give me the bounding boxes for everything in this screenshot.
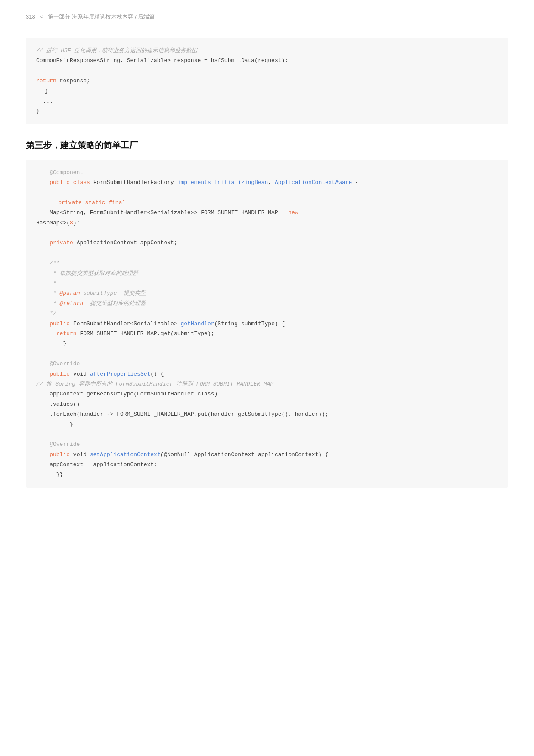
override1: @Override	[36, 359, 498, 369]
page-header: 318 < 第一部分 淘系年度精选技术栈内容 / 后端篇	[26, 13, 508, 25]
section-title: 第三步，建立策略的简单工厂	[26, 140, 508, 151]
page-number: 318	[26, 13, 35, 20]
code-block-1: // 进行 HSF 泛化调用，获得业务方返回的提示信息和业务数据 CommonP…	[26, 38, 508, 124]
javadoc-start: /**	[36, 258, 498, 268]
set-app-ctx-method: public void setApplicationContext(@NonNu…	[36, 450, 498, 460]
code-block-2: @Component public class FormSubmitHandle…	[26, 160, 508, 488]
code-line-close2: }	[36, 106, 498, 116]
code-line-response: CommonPairResponse<String, Serializable>…	[36, 56, 498, 65]
javadoc-end: */	[36, 308, 498, 318]
close-foreach: }	[36, 420, 498, 429]
javadoc-line2: *	[36, 278, 498, 288]
hashmap-init: HashMap<>(8);	[36, 218, 498, 228]
method-get-handler: public FormSubmitHandler<Serializable> g…	[36, 319, 498, 329]
override2: @Override	[36, 439, 498, 449]
code-line-comment1: // 进行 HSF 泛化调用，获得业务方返回的提示信息和业务数据	[36, 46, 498, 56]
javadoc-line1: * 根据提交类型获取对应的处理器	[36, 268, 498, 278]
method-return: return FORM_SUBMIT_HANDLER_MAP.get(submi…	[36, 329, 498, 339]
foreach: .forEach(handler -> FORM_SUBMIT_HANDLER_…	[36, 409, 498, 419]
javadoc-return: * @return 提交类型对应的处理器	[36, 299, 498, 308]
empty-line3	[36, 248, 498, 258]
private-appcontext: private ApplicationContext appContext;	[36, 238, 498, 248]
class-declaration: public class FormSubmitHandlerFactory im…	[36, 177, 498, 187]
code-line-return: return response;	[36, 76, 498, 86]
method-close: }	[36, 339, 498, 348]
app-assign: appContext = applicationContext;	[36, 460, 498, 470]
after-props-method: public void afterPropertiesSet() {	[36, 369, 498, 379]
map-field: Map<String, FormSubmitHandler<Serializab…	[36, 208, 498, 218]
code-line-close1: }	[45, 86, 498, 96]
javadoc-param: * @param submitType 提交类型	[36, 288, 498, 298]
empty-line1	[36, 188, 498, 198]
annotation-component: @Component	[36, 168, 498, 177]
private-static-final: private static final	[45, 198, 498, 208]
empty-line2	[36, 228, 498, 238]
get-beans: appContext.getBeansOfType(FormSubmitHand…	[36, 389, 498, 399]
spring-comment: // 将 Spring 容器中所有的 FormSubmitHandler 注册到…	[36, 379, 498, 389]
code-line-ellipsis: ...	[36, 96, 498, 106]
breadcrumb: 第一部分 淘系年度精选技术栈内容 / 后端篇	[48, 13, 155, 20]
empty-line4	[36, 349, 498, 359]
close-final: }}	[36, 470, 498, 479]
code-line-empty1	[36, 66, 498, 76]
empty-line5	[36, 429, 498, 439]
values: .values()	[36, 399, 498, 409]
